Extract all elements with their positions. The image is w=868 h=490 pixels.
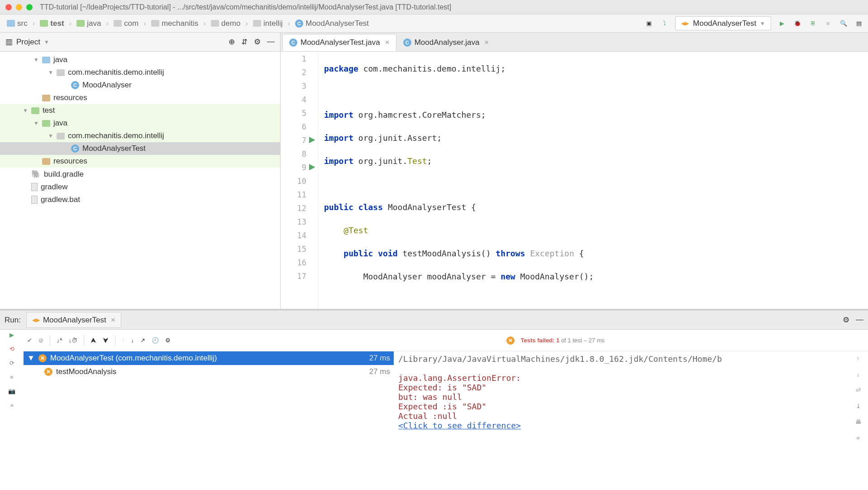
folder-icon: [42, 57, 50, 63]
run-tab[interactable]: ◂▸ MoodAnalyserTest ×: [26, 312, 121, 328]
print-icon[interactable]: 🖶: [855, 418, 861, 425]
test-toolbar: ✔ ⊘ ↓ᴬ ↓⏱ ⮝ ⮟ ↑ ↓ ↗ 🕘 ⚙ ✕ Tests failed: …: [24, 330, 868, 351]
tab-moodanalysertest[interactable]: CMoodAnalyserTest.java×: [282, 34, 396, 51]
tree-class-moodanalysertest[interactable]: CMoodAnalyserTest: [0, 142, 280, 155]
stop-icon[interactable]: ■: [10, 374, 14, 380]
project-tree[interactable]: ▼java ▼com.mechanitis.demo.intellij CMoo…: [0, 52, 280, 309]
next-icon[interactable]: ↓: [131, 337, 134, 344]
class-icon: C: [295, 19, 303, 28]
tree-folder-java-test[interactable]: ▼java: [0, 117, 280, 130]
sort-alpha-icon[interactable]: ↓ᴬ: [57, 337, 62, 344]
editor: CMoodAnalyserTest.java× CMoodAnalyser.ja…: [281, 33, 868, 309]
tree-resources[interactable]: resources: [0, 91, 280, 104]
window-controls: [5, 4, 33, 10]
test-console[interactable]: /Library/Java/JavaVirtualMachines/jdk1.8…: [394, 351, 848, 490]
scroll-up-icon[interactable]: ↑: [857, 355, 860, 362]
project-tool-window: ▥ Project ▼ ⊕ ⇵ ⚙ — ▼java ▼com.mechaniti…: [0, 33, 281, 309]
search-icon[interactable]: 🔍: [839, 19, 848, 28]
dump-icon[interactable]: 📷: [8, 388, 15, 394]
gear-icon[interactable]: ⚙: [254, 37, 261, 47]
window-title: TTD-tutorial [~/IdeaProjects/TTD-tutoria…: [40, 3, 451, 11]
debug-icon[interactable]: 🐞: [793, 19, 802, 28]
breadcrumb-src[interactable]: src: [5, 18, 30, 29]
run-config-selector[interactable]: ◂▸ MoodAnalyserTest ▼: [675, 16, 771, 30]
package-icon: [57, 133, 65, 139]
breadcrumb-test[interactable]: test: [38, 18, 66, 29]
expand-all-icon[interactable]: ⮝: [91, 337, 96, 344]
code-area[interactable]: package com.mechanitis.demo.intellij; im…: [319, 52, 868, 309]
breadcrumb-java[interactable]: java: [74, 18, 103, 29]
export-icon[interactable]: ↗: [140, 337, 145, 344]
hide-icon[interactable]: —: [856, 315, 863, 325]
soft-wrap-icon[interactable]: ⏎: [856, 387, 861, 394]
prev-icon[interactable]: ↑: [122, 337, 125, 344]
rerun-failed-icon[interactable]: ⟲: [10, 346, 14, 352]
rerun-icon[interactable]: ▶: [10, 331, 14, 338]
chevron-down-icon[interactable]: ▼: [44, 39, 49, 45]
show-passed-icon[interactable]: ✔: [27, 337, 32, 344]
more-icon[interactable]: »: [856, 434, 859, 441]
history-icon[interactable]: 🕘: [152, 337, 159, 344]
breadcrumb-mechanitis[interactable]: mechanitis: [149, 18, 200, 29]
locate-icon[interactable]: ⊕: [229, 37, 235, 47]
tree-class-moodanalyser[interactable]: CMoodAnalyser: [0, 79, 280, 91]
tree-folder-java[interactable]: ▼java: [0, 53, 280, 66]
tree-file-gradlew-bat[interactable]: gradlew.bat: [0, 193, 280, 206]
see-difference-link[interactable]: <Click to see difference>: [398, 421, 521, 430]
resources-icon: [42, 95, 50, 101]
fail-icon: ✕: [38, 354, 47, 362]
project-structure-icon[interactable]: ▤: [854, 19, 863, 28]
compile-icon[interactable]: ▣: [644, 19, 653, 28]
build-icon[interactable]: ⤵: [660, 19, 669, 28]
collapse-icon[interactable]: ⇵: [241, 37, 248, 47]
toggle-autotest-icon[interactable]: ⟳: [10, 360, 14, 366]
title-bar: TTD-tutorial [~/IdeaProjects/TTD-tutoria…: [0, 0, 868, 14]
close-icon[interactable]: ×: [111, 316, 115, 325]
test-time: 27 ms: [369, 367, 390, 376]
show-ignored-icon[interactable]: ⊘: [38, 337, 43, 344]
run-icon[interactable]: ▶: [777, 19, 787, 28]
tree-folder-test[interactable]: ▼test: [0, 104, 280, 117]
tree-package[interactable]: ▼com.mechanitis.demo.intellij: [0, 66, 280, 79]
minimize-window-icon[interactable]: [16, 4, 22, 10]
class-icon: C: [71, 144, 79, 153]
project-view-icon[interactable]: ▥: [5, 37, 13, 47]
test-suite-row[interactable]: ▼ ✕ MoodAnalyserTest (com.mechanitis.dem…: [24, 351, 394, 365]
scroll-to-end-icon[interactable]: ⤓: [856, 403, 861, 409]
assertion-error: java.lang.AssertionError:: [398, 373, 844, 383]
editor-gutter[interactable]: 123456 7891011121314151617: [281, 52, 319, 309]
more-icon[interactable]: »: [10, 402, 13, 408]
breadcrumb-intellij[interactable]: intellij: [251, 18, 285, 29]
zoom-window-icon[interactable]: [26, 4, 33, 10]
tree-file-gradlew[interactable]: gradlew: [0, 181, 280, 193]
tree-resources-test[interactable]: resources: [0, 155, 280, 168]
stop-icon[interactable]: ■: [824, 19, 833, 28]
close-icon[interactable]: ×: [484, 38, 489, 47]
tab-moodanalyser[interactable]: CMoodAnalyser.java×: [396, 34, 496, 51]
status-rest: of 1 test – 27 ms: [559, 337, 605, 344]
chevron-down-icon: ▼: [760, 20, 765, 27]
coverage-icon[interactable]: ⛨: [808, 19, 817, 28]
folder-icon: [114, 20, 122, 27]
folder-icon: [76, 20, 85, 27]
project-panel-title: Project: [16, 38, 40, 47]
run-tool-window: Run: ◂▸ MoodAnalyserTest × ⚙ — ▶ ⟲ ⟳ ■ 📷…: [0, 309, 868, 490]
settings-icon[interactable]: ⚙: [165, 337, 171, 344]
breadcrumb-demo[interactable]: demo: [209, 18, 243, 29]
test-tree[interactable]: ▼ ✕ MoodAnalyserTest (com.mechanitis.dem…: [24, 351, 394, 490]
sort-duration-icon[interactable]: ↓⏱: [69, 337, 78, 344]
scroll-down-icon[interactable]: ↓: [857, 371, 860, 378]
run-header: Run: ◂▸ MoodAnalyserTest × ⚙ —: [0, 311, 868, 330]
test-time: 27 ms: [369, 354, 390, 363]
test-case-row[interactable]: ✕ testMoodAnalysis 27 ms: [24, 365, 394, 379]
collapse-all-icon[interactable]: ⮟: [103, 337, 109, 344]
tree-package-test[interactable]: ▼com.mechanitis.demo.intellij: [0, 130, 280, 142]
tree-file-build-gradle[interactable]: 🐘build.gradle: [0, 168, 280, 181]
fail-icon: ✕: [506, 336, 515, 345]
close-window-icon[interactable]: [5, 4, 12, 10]
breadcrumb-file[interactable]: CMoodAnalyserTest: [293, 18, 371, 29]
breadcrumb-com[interactable]: com: [111, 18, 141, 29]
close-icon[interactable]: ×: [385, 38, 390, 47]
hide-icon[interactable]: —: [267, 37, 275, 47]
gear-icon[interactable]: ⚙: [843, 315, 849, 325]
